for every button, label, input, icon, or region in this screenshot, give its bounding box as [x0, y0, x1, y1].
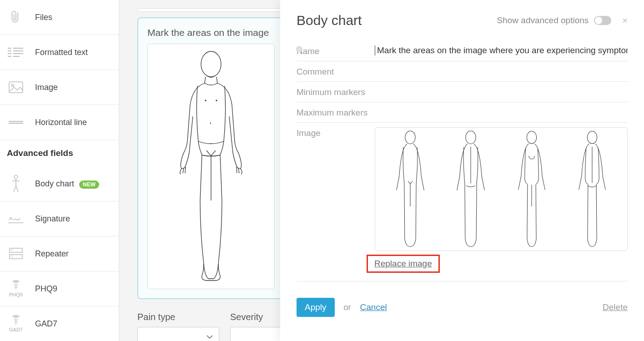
svg-point-27 [588, 131, 597, 144]
body-front-male-icon [385, 130, 435, 248]
sidebar-item-body-chart[interactable]: Body chart NEW [0, 166, 119, 201]
sidebar-item-label: Repeater [35, 249, 69, 259]
comment-label: Comment [297, 66, 375, 77]
svg-text:i: i [299, 46, 300, 52]
sidebar: Files Formatted text Image Horizontal li… [0, 0, 119, 341]
sidebar-item-signature[interactable]: Signature [0, 201, 119, 236]
caduceus-icon: PHQ9 [7, 280, 25, 298]
name-input[interactable]: Mark the areas on the image where you ar… [375, 45, 628, 55]
replace-image-link[interactable]: Replace image [374, 259, 432, 269]
body-canvas[interactable] [147, 44, 275, 289]
body-front-female-icon [507, 130, 557, 248]
lines-icon [7, 43, 25, 61]
body-chart-panel: Body chart Show advanced options × i Nam… [280, 0, 644, 341]
pain-type-label: Pain type [137, 312, 219, 322]
apply-button[interactable]: Apply [297, 298, 335, 317]
image-icon [7, 78, 25, 96]
svg-point-9 [12, 85, 14, 87]
sidebar-item-horizontal-line[interactable]: Horizontal line [0, 105, 119, 140]
sidebar-item-gad7[interactable]: GAD7 GAD7 [0, 306, 119, 341]
paperclip-icon [7, 8, 25, 26]
svg-point-18 [201, 51, 221, 77]
panel-title: Body chart [297, 13, 362, 28]
body-back-male-icon [446, 130, 496, 248]
svg-text:T: T [11, 249, 13, 252]
body-back-female-icon [567, 130, 617, 248]
sidebar-item-repeater[interactable]: TT Repeater [0, 236, 119, 271]
panel-footer: Apply or Cancel Delete [297, 298, 628, 317]
caduceus-icon: GAD7 [7, 315, 25, 333]
replace-image-highlight: Replace image [367, 255, 440, 273]
sidebar-item-label: Image [35, 83, 58, 92]
svg-point-24 [405, 131, 415, 144]
max-markers-label: Maximum markers [297, 107, 375, 118]
delete-link[interactable]: Delete [603, 302, 628, 312]
svg-point-19 [205, 100, 206, 101]
sidebar-item-label: GAD7 [35, 319, 57, 329]
svg-point-20 [216, 100, 217, 101]
signature-icon [7, 210, 25, 228]
min-markers-label: Minimum markers [297, 86, 375, 97]
image-preview [375, 127, 628, 251]
sidebar-item-label: PHQ9 [35, 284, 57, 294]
new-badge: NEW [79, 181, 99, 189]
advanced-options-label: Show advanced options [497, 15, 589, 25]
image-label: Image [297, 127, 375, 138]
sidebar-item-label: Horizontal line [35, 118, 87, 127]
hr-icon [7, 113, 25, 131]
svg-point-25 [466, 131, 476, 144]
chevron-down-icon [206, 335, 213, 339]
sidebar-item-label: Signature [35, 214, 70, 224]
sidebar-item-label: Files [35, 13, 52, 22]
svg-rect-8 [9, 82, 23, 93]
sidebar-item-formatted-text[interactable]: Formatted text [0, 35, 119, 70]
sidebar-item-phq9[interactable]: PHQ9 PHQ9 [0, 271, 119, 306]
close-icon[interactable]: × [622, 15, 628, 26]
sidebar-item-files[interactable]: Files [0, 0, 119, 35]
repeater-icon: TT [7, 245, 25, 263]
or-text: or [344, 303, 351, 312]
cancel-link[interactable]: Cancel [360, 302, 387, 312]
sidebar-item-image[interactable]: Image [0, 70, 119, 105]
svg-point-26 [527, 131, 536, 144]
name-label: Name [297, 45, 375, 56]
sidebar-item-label: Formatted text [35, 48, 88, 57]
sidebar-section-advanced: Advanced fields [0, 140, 119, 166]
pain-type-select[interactable] [137, 327, 219, 341]
info-icon: i [296, 45, 303, 53]
svg-text:T: T [11, 255, 13, 258]
advanced-toggle[interactable] [594, 16, 611, 25]
body-icon [7, 175, 25, 193]
svg-point-12 [14, 175, 18, 179]
sidebar-item-label: Body chart NEW [35, 179, 99, 189]
